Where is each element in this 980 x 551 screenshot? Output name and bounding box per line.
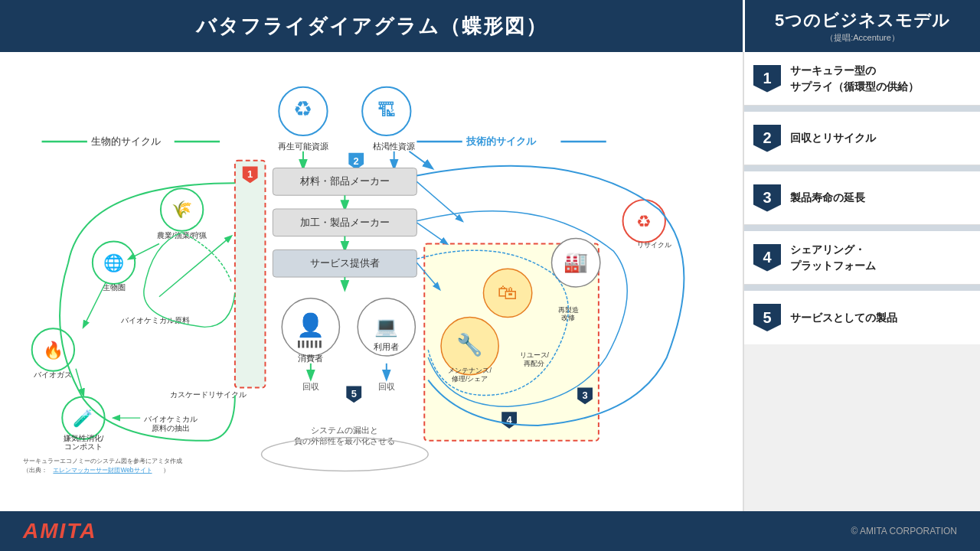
svg-text:修理/シェア: 修理/シェア (452, 375, 488, 383)
header: バタフライダイアグラム（蝶形図） 5つのビジネスモデル （提唱:Accentur… (0, 0, 980, 52)
business-number-3: 3 (753, 184, 781, 212)
business-item-5: 5 サービスとしての製品 (744, 291, 980, 344)
svg-line-61 (159, 236, 231, 297)
svg-text:1: 1 (247, 168, 253, 180)
svg-text:再生可能資源: 再生可能資源 (278, 142, 328, 151)
svg-text:システムの漏出と: システムの漏出と (311, 425, 378, 435)
divider-3 (744, 225, 980, 231)
svg-line-62 (83, 282, 106, 327)
svg-text:🌐: 🌐 (103, 253, 125, 273)
header-right: 5つのビジネスモデル （提唱:Accenture） (743, 0, 980, 52)
business-label-5: サービスとしての製品 (790, 310, 897, 326)
svg-text:サービス提供者: サービス提供者 (310, 257, 380, 269)
business-number-1: 1 (753, 65, 781, 93)
svg-line-88 (416, 223, 447, 244)
svg-text:（出典：: （出典： (23, 466, 47, 474)
business-label-3: 製品寿命の延長 (790, 190, 865, 206)
svg-text:嫌気性消化/: 嫌気性消化/ (64, 434, 104, 442)
svg-text:原料の抽出: 原料の抽出 (152, 424, 190, 432)
divider-4 (744, 285, 980, 291)
svg-text:枯渇性資源: 枯渇性資源 (373, 142, 415, 151)
business-item-2: 2 回収とリサイクル (744, 112, 980, 165)
svg-text:）: ） (163, 466, 169, 474)
svg-text:回収: 回収 (378, 382, 395, 391)
svg-text:コンポスト: コンポスト (64, 442, 103, 451)
svg-text:リユース/: リユース/ (520, 351, 550, 359)
svg-text:材料・部品メーカー: 材料・部品メーカー (299, 175, 390, 187)
svg-text:利用者: 利用者 (374, 342, 399, 351)
svg-text:🛍: 🛍 (498, 282, 518, 303)
business-label-2: 回収とリサイクル (790, 130, 876, 146)
svg-text:🌾: 🌾 (172, 199, 193, 220)
svg-text:メンテナンス/: メンテナンス/ (448, 367, 492, 374)
svg-text:農業/漁業/狩猟: 農業/漁業/狩猟 (157, 231, 207, 240)
svg-line-86 (409, 152, 432, 168)
svg-text:再配分: 再配分 (524, 360, 544, 367)
svg-text:バイオケミカル: バイオケミカル (143, 415, 198, 423)
svg-text:回収: 回収 (302, 382, 319, 391)
divider-2 (744, 165, 980, 171)
svg-text:💻: 💻 (374, 315, 398, 338)
svg-text:🔧: 🔧 (456, 332, 483, 357)
business-number-2: 2 (753, 125, 781, 152)
svg-text:生物的サイクル: 生物的サイクル (91, 135, 161, 147)
svg-text:5: 5 (351, 388, 357, 399)
svg-text:3: 3 (582, 390, 587, 401)
svg-text:🏭: 🏭 (564, 250, 589, 274)
svg-text:加工・製品メーカー: 加工・製品メーカー (300, 217, 390, 228)
copyright: © AMITA CORPORATION (851, 526, 957, 536)
svg-text:🏗: 🏗 (377, 99, 396, 120)
svg-text:生物圏: 生物圏 (103, 283, 126, 292)
svg-text:リサイクル: リサイクル (637, 241, 671, 249)
svg-text:👤: 👤 (296, 311, 325, 339)
diagram-area: 生物的サイクル 技術的サイクル ♻ 🏗 再生可能資源 枯渇性資源 2 (0, 52, 743, 511)
svg-text:♻: ♻ (293, 97, 312, 121)
svg-line-87 (416, 181, 462, 220)
divider-1 (744, 106, 980, 112)
business-item-1: 1 サーキュラー型のサプライ（循環型の供給） (744, 52, 980, 106)
main-content: 生物的サイクル 技術的サイクル ♻ 🏗 再生可能資源 枯渇性資源 2 (0, 52, 980, 511)
business-label-1: サーキュラー型のサプライ（循環型の供給） (790, 63, 919, 95)
svg-text:▌▌▌▌▌▌: ▌▌▌▌▌▌ (298, 340, 324, 348)
svg-text:エレンマッカーサー財団Webサイト: エレンマッカーサー財団Webサイト (53, 466, 152, 474)
svg-text:技術的サイクル: 技術的サイクル (466, 135, 537, 147)
svg-text:バイオケミカル原料: バイオケミカル原料 (120, 316, 190, 324)
svg-text:🧪: 🧪 (73, 408, 94, 429)
logo: AMITA (23, 519, 97, 543)
right-panel: 1 サーキュラー型のサプライ（循環型の供給） 2 回収とリサイクル 3 製品寿命… (743, 52, 980, 511)
svg-text:🔥: 🔥 (43, 340, 64, 360)
header-left: バタフライダイアグラム（蝶形図） (0, 0, 743, 52)
svg-text:♻: ♻ (636, 212, 652, 231)
svg-text:2: 2 (354, 155, 359, 167)
svg-text:サーキュラーエコノミーのシステム図を参考にアミタ作成: サーキュラーエコノミーのシステム図を参考にアミタ作成 (23, 458, 182, 465)
right-panel-title: 5つのビジネスモデル (775, 9, 950, 32)
business-item-3: 3 製品寿命の延長 (744, 171, 980, 225)
svg-text:消費者: 消費者 (298, 354, 323, 363)
right-panel-subtitle: （提唱:Accenture） (825, 32, 900, 44)
svg-rect-41 (235, 161, 266, 388)
footer: AMITA © AMITA CORPORATION (0, 511, 980, 551)
business-number-5: 5 (753, 304, 781, 331)
svg-text:バイオガス: バイオガス (33, 370, 72, 379)
business-label-4: シェアリング・プラットフォーム (790, 242, 876, 274)
page-title: バタフライダイアグラム（蝶形図） (196, 13, 547, 40)
business-item-4: 4 シェアリング・プラットフォーム (744, 231, 980, 285)
business-number-4: 4 (753, 244, 781, 272)
